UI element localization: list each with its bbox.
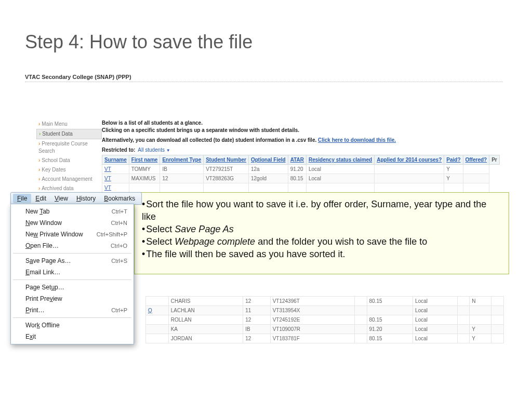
- restrict-filter: Restricted to: All students ▼: [102, 147, 504, 153]
- table-row: KAIBVT109007R91.20LocalY: [146, 325, 504, 334]
- col-student-number[interactable]: Student Number: [204, 155, 249, 165]
- restrict-dropdown[interactable]: All students ▼: [138, 147, 170, 153]
- cell-sur: [146, 334, 169, 343]
- col-atar[interactable]: ATAR: [288, 155, 306, 165]
- students-table-continued: CHARIS12VT124396T80.15LocalNQLACHLAN11VT…: [145, 296, 504, 343]
- menu-item-email-link[interactable]: Email Link…: [11, 267, 134, 278]
- cell-first: KA: [168, 325, 243, 334]
- sidebar-item-main-menu[interactable]: ›Main Menu: [36, 119, 102, 129]
- menu-file[interactable]: File: [13, 194, 31, 203]
- chevron-right-icon: ›: [38, 121, 40, 127]
- col-applied-for-2014-courses-[interactable]: Applied for 2014 courses?: [375, 155, 444, 165]
- cell-off: [463, 174, 489, 183]
- students-table: SurnameFirst nameEnrolment TypeStudent N…: [102, 155, 500, 193]
- cell-res: Local: [413, 306, 458, 315]
- cell-atar: 91.20: [367, 325, 413, 334]
- col-paid-[interactable]: Paid?: [444, 155, 463, 165]
- menu-separator: [13, 280, 131, 280]
- menu-view[interactable]: View: [50, 194, 72, 203]
- col-optional-field[interactable]: Optional Field: [248, 155, 288, 165]
- bullet-2: •Select Save Page As: [142, 223, 501, 235]
- cell-atar: 80.15: [367, 315, 413, 325]
- cell-paid: Y: [444, 174, 463, 183]
- cell-opt: [355, 325, 367, 334]
- cell-app: [457, 306, 469, 315]
- menu-bookmarks[interactable]: Bookmarks: [100, 194, 139, 203]
- cell-first: ROLLAN: [168, 315, 243, 325]
- cell-type: IB: [243, 325, 270, 334]
- table-row: VTTOMMYIBVT279215T12a91.20LocalY: [102, 165, 500, 174]
- menu-item-exit[interactable]: Exit: [11, 331, 134, 342]
- cell-opt: [355, 334, 367, 343]
- col-offered-[interactable]: Offered?: [463, 155, 489, 165]
- cell-off: [491, 315, 504, 325]
- chevron-right-icon: ›: [38, 141, 40, 147]
- cell-opt: [355, 306, 367, 315]
- menu-item-new-tab[interactable]: New TabCtrl+T: [11, 206, 134, 217]
- menu-item-print-preview[interactable]: Print Preview: [11, 293, 134, 304]
- menu-item-new-private-window[interactable]: New Private WindowCtrl+Shift+P: [11, 229, 134, 240]
- cell-app: [375, 165, 444, 174]
- menu-item-work-offline[interactable]: Work Offline: [11, 320, 134, 331]
- cell-opt: [248, 183, 288, 193]
- cell-off: [491, 334, 504, 343]
- cell-paid: [444, 183, 463, 193]
- sidebar: ›Main Menu›Student Data›Prerequisite Cou…: [36, 119, 102, 203]
- menu-item-open-file[interactable]: Open File…Ctrl+O: [11, 240, 134, 251]
- cell-res: Local: [306, 174, 374, 183]
- cell-type: 12: [243, 315, 270, 325]
- org-header: VTAC Secondary College (SNAP) (PPP): [25, 74, 503, 82]
- table-row: ROLLAN12VT245192E80.15Local: [146, 315, 504, 325]
- menu-item-new-window[interactable]: New WindowCtrl+N: [11, 217, 134, 229]
- app-panel: ›Main Menu›Student Data›Prerequisite Cou…: [36, 119, 504, 203]
- cell-opt: [355, 315, 367, 325]
- alt-text: Alternatively, you can download all coll…: [102, 137, 318, 143]
- sidebar-item-school-data[interactable]: ›School Data: [36, 156, 102, 165]
- sidebar-item-account-management[interactable]: ›Account Management: [36, 175, 102, 184]
- sidebar-item-key-dates[interactable]: ›Key Dates: [36, 165, 102, 175]
- cell-sur: [146, 325, 169, 334]
- menu-history[interactable]: History: [72, 194, 100, 203]
- cell-first: TOMMY: [129, 165, 160, 174]
- sidebar-item-student-data[interactable]: ›Student Data: [36, 129, 102, 139]
- menu-item-page-setup[interactable]: Page Setup…: [11, 282, 134, 293]
- chevron-right-icon: ›: [38, 167, 40, 172]
- cell-sur[interactable]: VT: [102, 183, 129, 193]
- cell-paid: Y: [444, 165, 463, 174]
- cell-num: VT124396T: [270, 297, 354, 306]
- cell-num: VT288263G: [204, 174, 249, 183]
- col-surname[interactable]: Surname: [102, 155, 129, 165]
- cell-num: VT279215T: [204, 165, 249, 174]
- cell-paid: N: [470, 297, 491, 306]
- cell-sur[interactable]: VT: [102, 174, 129, 183]
- col-first-name[interactable]: First name: [129, 155, 160, 165]
- cell-num: [204, 183, 249, 193]
- col-enrolment-type[interactable]: Enrolment Type: [160, 155, 204, 165]
- cell-off: [463, 165, 489, 174]
- cell-sur[interactable]: Q: [146, 306, 169, 315]
- bullet-3: •Select Webpage complete and the folder …: [142, 235, 501, 248]
- cell-res: Local: [306, 165, 374, 174]
- col-residency-status-claimed[interactable]: Residency status claimed: [306, 155, 374, 165]
- cell-res: Local: [413, 315, 458, 325]
- cell-atar: [367, 306, 413, 315]
- instruction-callout: •Sort the file how you want to save it i…: [134, 192, 509, 274]
- restrict-label: Restricted to:: [102, 147, 135, 153]
- cell-type: 12: [160, 174, 204, 183]
- cell-sur: [146, 315, 169, 325]
- download-link[interactable]: Click here to download this file.: [318, 137, 396, 143]
- download-line: Alternatively, you can download all coll…: [102, 137, 504, 143]
- cell-res: Local: [413, 325, 458, 334]
- cell-first: CHARIS: [168, 297, 243, 306]
- menu-edit[interactable]: Edit: [31, 194, 50, 203]
- cell-opt: [355, 297, 367, 306]
- sidebar-item-prerequisite-course-search[interactable]: ›Prerequisite Course Search: [36, 139, 102, 156]
- browser-menubar: FileEditViewHistoryBookmarks: [10, 192, 142, 205]
- table-row: CHARIS12VT124396T80.15LocalN: [146, 297, 504, 306]
- menu-item-save-page-as[interactable]: Save Page As…Ctrl+S: [11, 255, 134, 267]
- col-pr[interactable]: Pr: [489, 155, 500, 165]
- menu-item-print[interactable]: Print…Ctrl+P: [11, 304, 134, 316]
- cell-app: [457, 334, 469, 343]
- cell-sur[interactable]: VT: [102, 165, 129, 174]
- cell-type: 12: [243, 297, 270, 306]
